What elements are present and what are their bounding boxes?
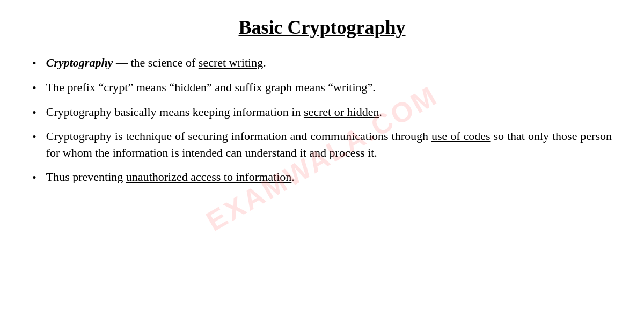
list-item: •Cryptography — the science of secret wr… xyxy=(32,55,612,72)
list-item: •Thus preventing unauthorized access to … xyxy=(32,169,612,186)
page-title: Basic Cryptography xyxy=(32,16,612,39)
list-item: •Cryptography is technique of securing i… xyxy=(32,128,612,161)
bullet-text: Thus preventing unauthorized access to i… xyxy=(46,169,612,186)
bullet-text: Cryptography is technique of securing in… xyxy=(46,128,612,161)
list-item: •The prefix “crypt” means “hidden” and s… xyxy=(32,79,612,97)
bullet-text: Cryptography — the science of secret wri… xyxy=(46,55,612,71)
bullet-text: Cryptography basically means keeping inf… xyxy=(46,104,612,121)
bullet-dot: • xyxy=(32,105,36,121)
bullet-list: •Cryptography — the science of secret wr… xyxy=(32,55,612,186)
bullet-dot: • xyxy=(32,170,36,186)
bullet-dot: • xyxy=(32,55,36,72)
list-item: •Cryptography basically means keeping in… xyxy=(32,104,612,121)
bullet-text: The prefix “crypt” means “hidden” and su… xyxy=(46,79,612,96)
page-container: EXAMWALA.COM Basic Cryptography •Cryptog… xyxy=(0,0,644,316)
bullet-dot: • xyxy=(32,80,36,97)
bullet-dot: • xyxy=(32,129,36,145)
